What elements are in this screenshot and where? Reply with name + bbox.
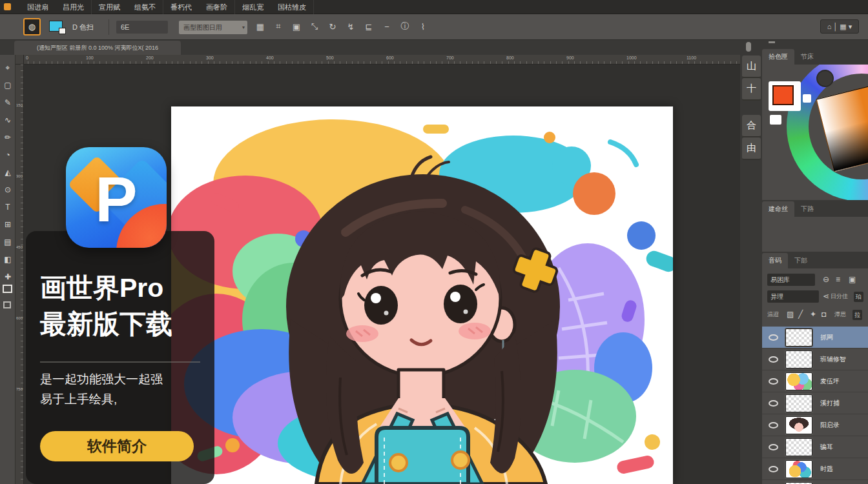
layer-row[interactable]: 溪打捕 [762,392,868,414]
lock-option-icon[interactable]: ◘ [822,308,826,321]
layer-row[interactable]: 麦伍坪 [762,370,868,392]
menu-item[interactable]: 昌用光 [56,0,92,14]
layer-list: 抓网 班辅修智 麦伍坪 溪打捕 [762,327,868,484]
menu-item[interactable]: 宣用赋 [92,0,127,14]
lock-option-icon[interactable]: ✦ [810,308,816,321]
opacity-row: 异理 ⋖ 日分佳 珀 [762,290,868,303]
swatch-outline-icon[interactable] [3,301,11,308]
blend-mode-select[interactable]: 易困库 [767,274,815,286]
tool-button[interactable]: ⊞ [0,217,16,232]
menu-item[interactable]: 番朽代 [163,0,199,14]
tab-properties-alt[interactable]: 下路 [794,201,820,217]
options-toolbar-icon[interactable]: ⌇ [416,18,430,35]
color-chip[interactable] [770,115,781,125]
hue-selector-knob[interactable] [816,70,834,87]
options-toolbar-icon[interactable]: ⊑ [362,18,376,35]
collapse-icon[interactable] [769,41,775,43]
layer-thumbnail[interactable] [785,438,812,456]
background-color-swatch[interactable] [59,28,66,34]
options-toolbar-icon[interactable]: − [380,18,394,35]
tool-button[interactable]: ✏ [0,130,16,145]
lock-option-icon[interactable]: ╱ [798,308,803,321]
document-tab[interactable]: (通知严型区 前册所 0.0 100% 河夷即位X( 2016 [14,41,181,55]
layer-row[interactable]: 班辅修智 [762,348,868,370]
tool-button[interactable]: ◧ [0,252,16,267]
tool-button[interactable]: ✎ [0,95,16,110]
layer-option-icon[interactable]: ≡ [836,274,840,286]
visibility-eye-icon[interactable] [769,444,778,450]
promo-card: 画世界Pro 最新版下载 是一起功能强大一起强 易于上手绘具, 软件简介 [26,231,214,484]
options-toolbar-icon[interactable]: ⓘ [398,18,412,35]
tool-button[interactable]: T [0,199,16,215]
rail-tool-button[interactable]: 山 [742,55,761,78]
tool-button[interactable]: ▢ [0,77,16,93]
menu-item[interactable]: 烟乱宽 [235,0,271,14]
layer-row[interactable]: 时韪 [762,458,868,480]
workspace-switcher-button[interactable]: ⌂ │ ▦ ▾ [820,19,859,34]
ruler-label: 1000 [626,55,637,60]
layer-row[interactable]: 阳启录 [762,414,868,436]
software-intro-button[interactable]: 软件简介 [40,431,194,461]
chevron-down-icon: ▾ [242,21,245,34]
layer-row[interactable]: 抓网 [762,327,868,348]
tool-button[interactable]: ◭ [0,165,16,180]
tool-button[interactable]: ▤ [0,234,16,250]
fill-value-box[interactable]: 拉 [852,310,862,320]
menu-item[interactable]: 国枯雏皮 [271,0,314,14]
layer-row[interactable]: 骗耳 [762,436,868,458]
options-toolbar-icon[interactable]: ⌗ [271,18,285,35]
layer-option-icon[interactable]: ⊖ [823,274,829,286]
panel-tab-bar: 拾色匣 节床 [762,49,868,65]
tool-button[interactable]: ✚ [0,269,16,285]
tool-button[interactable]: ⊙ [0,182,16,197]
tab-properties[interactable]: 建命丝 [762,201,794,217]
active-tool-preview-button[interactable]: ◍ [23,18,41,35]
visibility-eye-icon[interactable] [769,356,778,363]
opacity-select[interactable]: 异理 [767,290,819,303]
swatch-outline-icon[interactable] [3,285,12,293]
ruler-label: 450 [16,245,23,249]
rail-tool-button[interactable]: 合 [742,115,761,137]
tool-button[interactable]: ∿ [0,112,16,128]
rail-tool-button[interactable]: 由 [742,137,761,160]
options-toolbar-icon[interactable]: ▦ [253,18,267,35]
layer-thumbnail[interactable] [785,328,812,347]
tab-layers[interactable]: 音码 [762,253,788,268]
options-toolbar-icon[interactable]: ⤡ [307,18,322,35]
scrollbar-thumb[interactable] [746,42,751,52]
ruler-corner [16,55,24,65]
tab-color-picker[interactable]: 拾色匣 [762,49,794,65]
menu-item[interactable]: 国进扇 [20,0,56,14]
foreground-color-well[interactable] [772,85,794,105]
visibility-eye-icon[interactable] [769,400,778,407]
visibility-eye-icon[interactable] [769,378,778,385]
tool-button[interactable]: ◔ [0,147,16,163]
rail-tool-button[interactable]: 十 [742,78,761,101]
visibility-eye-icon[interactable] [769,466,778,472]
opacity-value-box[interactable]: 珀 [854,292,863,302]
options-toolbar-icon[interactable]: ↻ [326,18,340,35]
background-color-well[interactable] [803,94,811,103]
layer-option-icon[interactable]: ▣ [849,274,856,286]
preset-dropdown[interactable]: 画型图图日用 ▾ [179,21,247,34]
menu-item[interactable]: 组氨不 [127,0,163,14]
options-toolbar-icon[interactable]: ↯ [344,18,358,35]
options-toolbar-icon[interactable]: ▣ [289,18,304,35]
layer-thumbnail[interactable] [785,350,812,368]
tool-button[interactable]: ⌖ [0,60,16,76]
layer-thumbnail[interactable] [785,372,812,390]
layer-row[interactable] [762,480,868,484]
visibility-eye-icon[interactable] [769,334,778,341]
layer-thumbnail[interactable] [785,416,812,434]
lock-option-icon[interactable]: ▨ [787,308,794,321]
menu-item[interactable]: 画奢阶 [199,0,235,14]
layer-thumbnail[interactable] [785,460,812,478]
tab-channels[interactable]: 下部 [788,253,814,268]
tab-swatches[interactable]: 节床 [794,49,820,65]
opacity-arrow-icon[interactable]: ⋖ [823,290,829,303]
document-canvas[interactable] [171,106,673,484]
layer-thumbnail[interactable] [785,394,812,412]
tool-option-input[interactable]: 6E [116,21,168,34]
visibility-eye-icon[interactable] [769,422,778,429]
layer-thumbnail[interactable] [785,482,812,484]
